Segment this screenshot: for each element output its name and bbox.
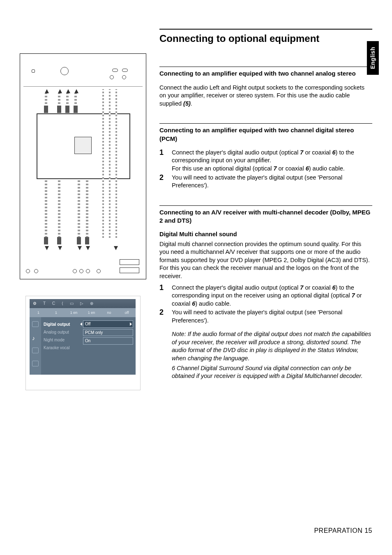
section-av-receiver: Connecting to an A/V receiver with multi…	[159, 205, 372, 382]
page-content: ⚙ T C ⟨ ▭ ▷ ⊕ 1 1 1 en 1 en no off	[0, 0, 392, 398]
osd-tab-music-icon: ♪	[32, 334, 39, 340]
sub-heading: Digital Multi channel sound	[159, 230, 372, 239]
osd-menu-item: Karaoke vocal	[44, 344, 78, 352]
step-number: 2	[159, 174, 166, 190]
osd-menu-item: Night mode	[44, 336, 78, 344]
page-footer: PREPARATION 15	[314, 526, 372, 535]
section-title: Connecting to an A/V receiver with multi…	[159, 205, 372, 225]
section-digital-stereo: Connecting to an amplifier equiped with …	[159, 123, 372, 189]
step-body: You will need to activate the player's d…	[172, 309, 372, 382]
body-text: Digital multi channel connection provide…	[159, 240, 372, 281]
step-body: You will need to activate the player's d…	[172, 174, 372, 190]
left-column: ⚙ T C ⟨ ▭ ▷ ⊕ 1 1 1 en 1 en no off	[20, 29, 146, 398]
osd-tab-icon	[32, 321, 39, 327]
osd-menu-item: Analog output	[44, 328, 78, 336]
step-number: 2	[159, 309, 166, 382]
step-body: Connect the player's digital audio outpu…	[172, 149, 372, 173]
osd-status: 1 en	[83, 308, 100, 317]
step-number: 1	[159, 284, 166, 308]
osd-status: 1 en	[65, 308, 83, 317]
step-item: 1 Connect the player's digital audio out…	[159, 284, 372, 308]
osd-status: 1	[47, 308, 65, 317]
osd-option: On	[83, 337, 133, 345]
section-title: Connecting to an amplifier equiped with …	[159, 67, 372, 78]
section-analog-stereo: Connecting to an amplifier equiped with …	[159, 67, 372, 108]
step-item: 2 You will need to activate the player's…	[159, 174, 372, 190]
osd-option: Off	[83, 320, 133, 328]
page-title: Connecting to optional equipment	[159, 29, 372, 45]
step-body: Connect the player's digital audio outpu…	[172, 284, 372, 308]
osd-status: no	[100, 308, 118, 317]
osd-tab-icon	[32, 348, 39, 353]
note-text: 6 Channel Digital Surround Sound via dig…	[172, 364, 372, 380]
osd-top-icon: ▷	[80, 301, 83, 306]
step-number: 1	[159, 149, 166, 173]
osd-top-icon: ⟨	[62, 301, 63, 306]
osd-status: off	[118, 308, 136, 317]
osd-option: PCM only	[83, 329, 133, 336]
osd-top-icon: ⚙	[33, 301, 37, 306]
osd-status: 1	[30, 308, 47, 317]
osd-top-icon: C	[52, 301, 55, 306]
osd-top-icon: T	[43, 301, 46, 306]
osd-settings-screenshot: ⚙ T C ⟨ ▭ ▷ ⊕ 1 1 1 en 1 en no off	[25, 296, 141, 390]
step-item: 1 Connect the player's digital audio out…	[159, 149, 372, 173]
osd-tab-icon	[32, 361, 39, 366]
osd-top-icon: ▭	[70, 301, 74, 306]
step-item: 2 You will need to activate the player's…	[159, 309, 372, 382]
osd-top-icon: ⊕	[90, 301, 93, 306]
right-column: Connecting to optional equipment Connect…	[159, 29, 372, 398]
section-title: Connecting to an amplifier equiped with …	[159, 123, 372, 143]
language-tab: English	[367, 41, 379, 75]
note-text: Note: If the audio format of the digital…	[172, 330, 372, 362]
body-text: Connect the audio Left and Right output …	[159, 84, 372, 108]
connection-diagram	[20, 53, 146, 279]
osd-menu-item: Digital output	[44, 320, 78, 328]
